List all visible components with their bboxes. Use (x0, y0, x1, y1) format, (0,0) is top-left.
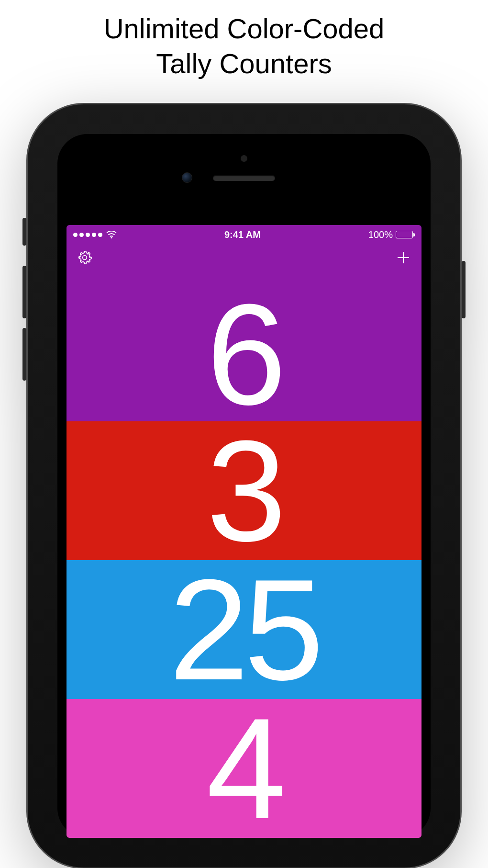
app-screen: 9:41 AM 100% (67, 225, 421, 838)
status-right: 100% (368, 229, 415, 240)
mute-switch (22, 218, 26, 246)
power-button (462, 261, 466, 318)
add-counter-button[interactable] (394, 249, 413, 268)
counter-list: 6 3 25 4 235 (67, 273, 421, 838)
headline-line-1: Unlimited Color-Coded (0, 11, 488, 46)
nav-bar (67, 244, 421, 273)
counter-value: 4 (207, 704, 282, 833)
counter-row[interactable]: 4 (67, 699, 421, 838)
headline-line-2: Tally Counters (0, 46, 488, 81)
front-camera (182, 172, 192, 183)
counter-value: 25 (169, 565, 319, 694)
status-bar: 9:41 AM 100% (67, 225, 421, 244)
volume-down-button (22, 328, 26, 381)
cell-signal-icon (73, 233, 102, 237)
battery-percentage: 100% (368, 229, 393, 240)
counter-value: 3 (207, 426, 282, 555)
wifi-icon (106, 231, 117, 238)
earpiece-speaker (213, 175, 275, 181)
phone-device-frame: 9:41 AM 100% (26, 103, 462, 868)
counter-value: 6 (207, 290, 282, 421)
proximity-sensor (241, 155, 247, 162)
volume-up-button (22, 266, 26, 318)
svg-point-1 (83, 256, 87, 260)
status-time: 9:41 AM (224, 229, 261, 240)
svg-point-0 (111, 237, 112, 238)
counter-row[interactable]: 25 (67, 560, 421, 699)
counter-row[interactable]: 6 (67, 273, 421, 421)
plus-icon (396, 250, 411, 267)
counter-row[interactable]: 3 (67, 421, 421, 560)
status-left (73, 231, 117, 238)
marketing-headline: Unlimited Color-Coded Tally Counters (0, 0, 488, 81)
settings-button[interactable] (75, 249, 94, 268)
gear-icon (77, 250, 92, 267)
battery-icon (396, 231, 415, 238)
